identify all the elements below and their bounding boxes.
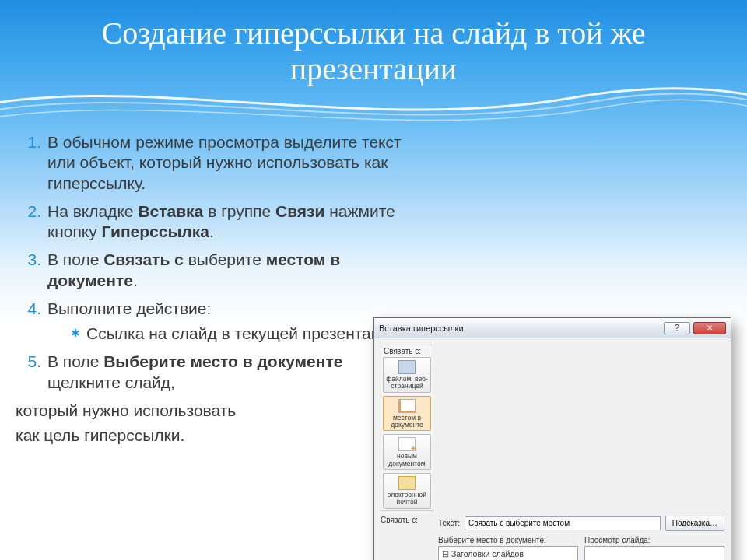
link-to-web-button[interactable]: файлом, веб-страницей bbox=[383, 357, 431, 393]
close-button[interactable]: ✕ bbox=[693, 322, 726, 334]
insert-hyperlink-dialog: Вставка гиперссылки ? ✕ Связать с: Текст… bbox=[374, 317, 731, 560]
tree-root[interactable]: Заголовки слайдов bbox=[442, 548, 574, 559]
slide-body: В обычном режиме просмотра выделите текс… bbox=[16, 132, 420, 446]
globe-icon bbox=[398, 360, 416, 374]
step-4: Выполните действие: Ссылка на слайд в те… bbox=[43, 299, 420, 345]
preview-label: Просмотр слайда: bbox=[584, 536, 724, 544]
dialog-title-text: Вставка гиперссылки bbox=[379, 324, 661, 333]
dialog-titlebar[interactable]: Вставка гиперссылки ? ✕ bbox=[374, 318, 731, 338]
step-3: В поле Связать с выберите местом в докум… bbox=[43, 250, 420, 291]
link-to-new-doc-button[interactable]: новым документом bbox=[383, 434, 431, 470]
display-text-input[interactable] bbox=[465, 516, 661, 530]
help-button[interactable]: ? bbox=[664, 322, 690, 334]
link-to-place-in-doc-button[interactable]: местом в документе bbox=[383, 396, 431, 432]
step-5-tail-2: как цель гиперссылки. bbox=[16, 425, 420, 446]
link-to-label: Связать с: bbox=[381, 516, 433, 560]
step-5-tail-1: который нужно использовать bbox=[16, 401, 420, 421]
select-place-label: Выберите место в документе: bbox=[438, 536, 578, 544]
step-4-sub: Ссылка на слайд в текущей презентации. bbox=[71, 324, 420, 344]
link-to-label-inner: Связать с: bbox=[381, 345, 433, 355]
link-to-email-button[interactable]: электронной почтой bbox=[383, 473, 431, 509]
slide-title: Создание гиперссылки на слайд в той же п… bbox=[0, 0, 747, 87]
step-5: В поле Выберите место в документе щелкни… bbox=[43, 352, 420, 393]
step-1: В обычном режиме просмотра выделите текс… bbox=[43, 132, 420, 194]
text-field-label: Текст: bbox=[438, 519, 460, 527]
slide-tree[interactable]: Заголовки слайдов 1. Создание ссылок в п… bbox=[438, 546, 578, 560]
slide: Создание гиперссылки на слайд в той же п… bbox=[0, 0, 747, 560]
bookmark-icon bbox=[398, 399, 416, 413]
slide-preview bbox=[584, 546, 724, 560]
envelope-icon bbox=[398, 476, 416, 490]
step-2: На вкладке Вставка в группе Связи нажмит… bbox=[43, 201, 420, 243]
new-doc-icon bbox=[398, 437, 416, 451]
screen-tip-button[interactable]: Подсказка… bbox=[665, 516, 724, 531]
